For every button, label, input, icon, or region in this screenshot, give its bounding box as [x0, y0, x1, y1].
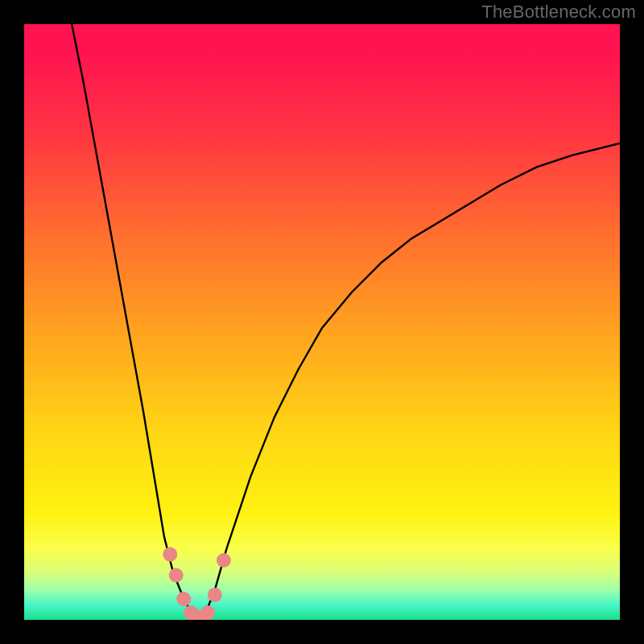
marker-dot — [217, 553, 231, 568]
marker-dot — [208, 588, 222, 602]
highlighted-markers — [163, 547, 231, 620]
left-curve — [72, 24, 196, 620]
chart-svg — [24, 24, 620, 620]
marker-dot — [169, 568, 184, 583]
watermark-text: TheBottleneck.com — [481, 2, 636, 23]
marker-dot — [163, 547, 177, 562]
plot-gradient-background — [24, 24, 620, 620]
marker-dot — [200, 605, 215, 620]
right-curve — [203, 143, 620, 620]
chart-frame: TheBottleneck.com — [0, 0, 644, 644]
marker-dot — [176, 592, 191, 606]
